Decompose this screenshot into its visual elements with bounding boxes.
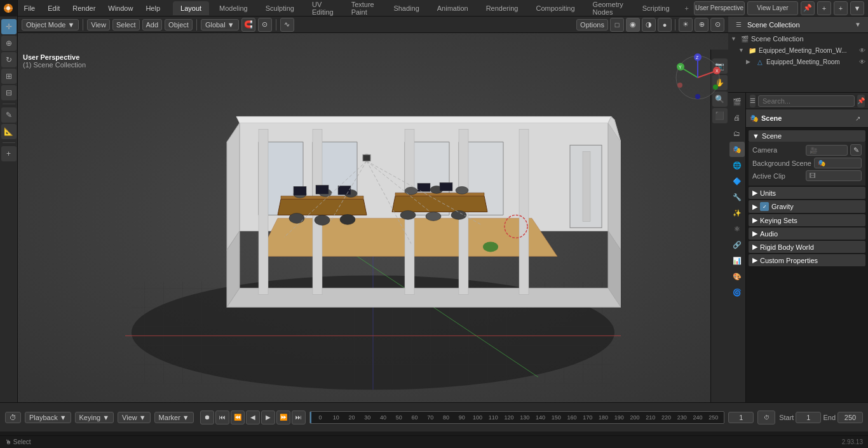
filter-btn[interactable]: ▼ [850, 1, 864, 15]
viewport-shading-render[interactable]: ● [658, 18, 672, 32]
tab-view-layer[interactable]: 🗂 [729, 126, 745, 141]
menu-edit[interactable]: Edit [41, 0, 66, 16]
rigid-body-section-header[interactable]: ▶ Rigid Body World [749, 241, 865, 253]
layer-selector[interactable]: View Layer [747, 1, 798, 15]
render-region-btn[interactable]: ⬛ [712, 108, 728, 123]
props-search-input[interactable] [758, 95, 855, 107]
tab-object[interactable]: 🔷 [729, 173, 745, 189]
annotate-tool[interactable]: ✎ [1, 107, 17, 123]
play-btn[interactable]: ▶ [261, 411, 275, 424]
skip-to-start-btn[interactable]: ⏮ [215, 411, 229, 424]
outliner-menu-btn[interactable]: ☰ [732, 18, 745, 31]
viewport[interactable]: Object Mode ▼ View Select Add Object Glo… [18, 17, 728, 402]
transform-tool[interactable]: ⊟ [1, 85, 17, 100]
visibility-icon[interactable]: 👁 [859, 47, 865, 54]
custom-props-section-header[interactable]: ▶ Custom Properties [749, 254, 865, 266]
tab-physics[interactable]: ⚛ [729, 221, 745, 236]
scene-section-header[interactable]: ▼ Scene [749, 130, 865, 142]
gizmo-btn[interactable]: ⊕ [695, 18, 709, 32]
audio-section-header[interactable]: ▶ Audio [749, 227, 865, 240]
tab-world[interactable]: 🌐 [729, 158, 745, 173]
viewport-shading-material[interactable]: ◑ [642, 18, 656, 32]
add-tool[interactable]: + [1, 146, 17, 161]
tab-material[interactable]: 🎨 [729, 269, 745, 284]
nav-gizmo[interactable]: X Y Z [672, 52, 723, 103]
bg-scene-value[interactable]: 🎭 [814, 158, 862, 168]
gravity-checkbox[interactable]: ✓ [760, 202, 769, 211]
tab-uv-editing[interactable]: UV Editing [304, 1, 341, 15]
menu-render[interactable]: Render [66, 0, 102, 16]
playback-marker[interactable]: ⏱ [5, 412, 21, 423]
outliner-item-equipped-world[interactable]: ▼ 📁 Equipped_Meeting_Room_W... 👁 [728, 44, 868, 56]
props-expand-btn[interactable]: ↗ [851, 112, 864, 125]
options-btn[interactable]: Options [576, 19, 608, 31]
pin-btn[interactable]: 📌 [801, 1, 815, 15]
tab-render[interactable]: 🎬 [729, 94, 745, 109]
view-dropdown[interactable]: View ▼ [118, 412, 151, 423]
move-tool[interactable]: ⊕ [1, 36, 17, 51]
view-menu[interactable]: View [87, 19, 110, 31]
new-scene-btn[interactable]: + [817, 1, 831, 15]
tab-modifier[interactable]: 🔧 [729, 189, 745, 205]
viewport-shading-wire[interactable]: □ [610, 18, 624, 32]
add-menu[interactable]: Add [142, 19, 163, 31]
start-frame-input[interactable]: 1 [796, 412, 821, 423]
marker-dropdown[interactable]: Marker ▼ [154, 412, 194, 423]
menu-window[interactable]: Window [102, 0, 139, 16]
tab-geometry-nodes[interactable]: Geometry Nodes [585, 1, 632, 15]
tab-particles[interactable]: ✨ [729, 205, 745, 221]
rotate-tool[interactable]: ↻ [1, 52, 17, 67]
end-frame-input[interactable]: 250 [837, 412, 863, 423]
outliner-item-root[interactable]: ▼ 🎬 Scene Collection [728, 33, 868, 44]
scene-selector[interactable]: User Perspective [694, 1, 745, 15]
tab-data[interactable]: 📊 [729, 253, 745, 268]
keying-sets-section-header[interactable]: ▶ Keying Sets [749, 214, 865, 226]
skip-to-end-btn[interactable]: ⏭ [292, 411, 306, 424]
visibility-icon-2[interactable]: 👁 [859, 58, 865, 65]
step-back-btn[interactable]: ⏪ [231, 411, 245, 424]
active-clip-value[interactable]: 🎞 [806, 170, 862, 181]
fps-btn[interactable]: ⏱ [757, 411, 775, 424]
snap-btn[interactable]: 🧲 [241, 18, 255, 32]
object-menu[interactable]: Object [165, 19, 193, 31]
playback-dropdown[interactable]: Playback ▼ [25, 412, 71, 423]
new-layer-btn[interactable]: + [834, 1, 848, 15]
filter-icon[interactable]: ▼ [851, 18, 864, 31]
tab-compositing[interactable]: Compositing [528, 1, 582, 15]
tab-layout[interactable]: Layout [173, 1, 209, 15]
tab-modeling[interactable]: Modeling [212, 1, 255, 15]
mode-dropdown[interactable]: Object Mode ▼ [22, 19, 79, 31]
tab-shading[interactable]: Shading [386, 1, 426, 15]
tab-add[interactable]: + [680, 4, 694, 12]
outliner-item-equipped-room[interactable]: ▶ △ Equipped_Meeting_Room 👁 [728, 56, 868, 67]
keying-dropdown[interactable]: Keying ▼ [75, 412, 114, 423]
viewport-shading-solid[interactable]: ◉ [626, 18, 640, 32]
play-back-btn[interactable]: ◀ [246, 411, 260, 424]
curve-btn[interactable]: ∿ [280, 18, 294, 32]
step-forward-btn[interactable]: ⏩ [276, 411, 290, 424]
menu-help[interactable]: Help [139, 0, 166, 16]
tab-constraints[interactable]: 🔗 [729, 237, 745, 252]
tab-scripting[interactable]: Scripting [635, 1, 677, 15]
camera-edit-btn[interactable]: ✎ [850, 144, 862, 156]
select-menu[interactable]: Select [112, 19, 140, 31]
transform-dropdown[interactable]: Global ▼ [201, 19, 239, 31]
current-frame-input[interactable]: 1 [728, 412, 754, 423]
gravity-section-header[interactable]: ▶ ✓ Gravity [749, 200, 865, 213]
props-menu-btn[interactable]: ☰ [750, 95, 756, 107]
scale-tool[interactable]: ⊞ [1, 69, 17, 84]
tab-rendering[interactable]: Rendering [478, 1, 526, 15]
proportional-btn[interactable]: ⊙ [258, 18, 272, 32]
tab-sculpting[interactable]: Sculpting [258, 1, 302, 15]
tab-output[interactable]: 🖨 [729, 110, 745, 125]
cursor-tool[interactable]: ✛ [1, 19, 17, 34]
props-pin-btn[interactable]: 📌 [857, 95, 865, 107]
tab-scene[interactable]: 🎭 [729, 142, 745, 157]
overlay-btn[interactable]: ☀ [679, 18, 693, 32]
tab-animation[interactable]: Animation [430, 1, 476, 15]
camera-value[interactable]: 🎥 [806, 145, 848, 156]
timeline-track[interactable]: 0 10 20 30 40 50 60 70 80 90 100 110 120… [309, 411, 724, 424]
tab-texture-paint[interactable]: Texture Paint [344, 1, 384, 15]
xray-btn[interactable]: ⊙ [710, 18, 724, 32]
measure-tool[interactable]: 📐 [1, 124, 17, 139]
